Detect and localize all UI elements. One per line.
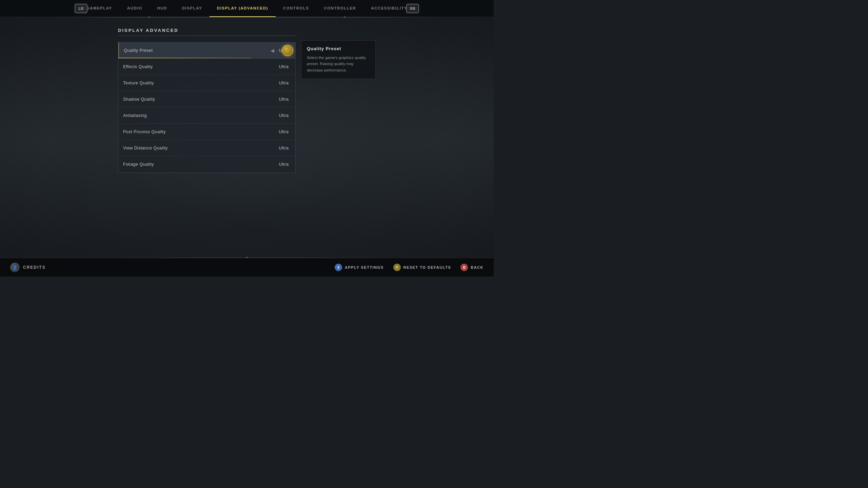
button-apply-icon: X [335,264,342,271]
setting-label-antialiasing: Antialiasing [123,113,147,118]
setting-value-post-process-quality: Ultra [277,129,291,134]
settings-container: DISPLAY ADVANCED Quality Preset◀UltraEff… [118,28,376,173]
setting-value-view-distance-quality: Ultra [277,146,291,150]
setting-value-wrap-post-process-quality: Ultra [277,129,291,134]
setting-row-effects-quality[interactable]: Effects QualityUltra [118,59,295,75]
setting-row-shadow-quality[interactable]: Shadow QualityUltra [118,91,295,107]
credits-label[interactable]: CREDITS [23,265,46,270]
nav-tab-controller[interactable]: CONTROLLER [316,0,363,17]
setting-label-shadow-quality: Shadow Quality [123,97,155,102]
bottom-left: 👤 CREDITS [10,263,46,272]
credits-icon: 👤 [10,263,20,272]
setting-value-antialiasing: Ultra [277,113,291,118]
setting-label-foliage-quality: Foliage Quality [123,162,154,167]
setting-value-wrap-texture-quality: Ultra [277,81,291,85]
setting-value-wrap-foliage-quality: Ultra [277,162,291,167]
nav-tabs: GAMEPLAYAUDIOHUDDISPLAYDISPLAY (ADVANCED… [79,0,415,17]
setting-value-wrap-view-distance-quality: Ultra [277,146,291,150]
nav-tab-audio[interactable]: AUDIO [120,0,150,17]
button-reset-label: RESET TO DEFAULTS [403,265,451,269]
info-panel: Quality Preset Select the game's graphic… [301,40,376,79]
bottom-right-actions: XAPPLY SETTINGSYRESET TO DEFAULTSBBACK [335,264,484,271]
page: LB GAMEPLAYAUDIOHUDDISPLAYDISPLAY (ADVAN… [0,0,494,277]
setting-value-texture-quality: Ultra [277,81,291,85]
top-navigation: LB GAMEPLAYAUDIOHUDDISPLAYDISPLAY (ADVAN… [0,0,494,17]
left-bumper-button[interactable]: LB [75,4,87,13]
setting-value-shadow-quality: Ultra [277,97,291,102]
nav-underline [0,17,494,18]
setting-label-texture-quality: Texture Quality [123,81,154,85]
setting-value-wrap-antialiasing: Ultra [277,113,291,118]
bottom-action-back[interactable]: BBACK [460,264,484,271]
button-reset-icon: Y [393,264,401,271]
button-back-label: BACK [471,265,484,269]
active-knob [282,45,293,56]
setting-label-quality-preset: Quality Preset [124,48,153,53]
setting-row-texture-quality[interactable]: Texture QualityUltra [118,75,295,91]
bottom-action-reset[interactable]: YRESET TO DEFAULTS [393,264,451,271]
setting-label-view-distance-quality: View Distance Quality [123,146,168,150]
left-decoration [0,20,61,256]
setting-row-antialiasing[interactable]: AntialiasingUltra [118,107,295,124]
bottom-action-apply[interactable]: XAPPLY SETTINGS [335,264,384,271]
setting-value-effects-quality: Ultra [277,64,291,69]
right-decoration [433,20,494,256]
setting-value-wrap-quality-preset: ◀Ultra [271,48,291,53]
nav-tab-hud[interactable]: HUD [150,0,174,17]
setting-value-foliage-quality: Ultra [277,162,291,167]
page-title: DISPLAY ADVANCED [118,28,296,36]
settings-panel: DISPLAY ADVANCED Quality Preset◀UltraEff… [118,28,296,173]
info-panel-description: Select the game's graphics quality prese… [307,55,370,73]
setting-row-quality-preset[interactable]: Quality Preset◀Ultra [118,42,295,59]
right-bumper-button[interactable]: RB [406,4,419,13]
main-content: DISPLAY ADVANCED Quality Preset◀UltraEff… [0,18,494,173]
setting-row-view-distance-quality[interactable]: View Distance QualityUltra [118,140,295,156]
settings-list: Quality Preset◀UltraEffects QualityUltra… [118,42,296,173]
setting-row-post-process-quality[interactable]: Post Process QualityUltra [118,124,295,140]
setting-label-post-process-quality: Post Process Quality [123,129,166,134]
nav-tab-display[interactable]: DISPLAY [175,0,210,17]
setting-label-effects-quality: Effects Quality [123,64,153,69]
setting-value-wrap-effects-quality: Ultra [277,64,291,69]
setting-value-wrap-shadow-quality: Ultra [277,97,291,102]
nav-tab-controls[interactable]: CONTROLS [276,0,317,17]
button-apply-label: APPLY SETTINGS [345,265,384,269]
setting-row-foliage-quality[interactable]: Foliage QualityUltra [118,156,295,172]
bottom-bar: 👤 CREDITS XAPPLY SETTINGSYRESET TO DEFAU… [0,258,494,277]
nav-tab-display-advanced[interactable]: DISPLAY (ADVANCED) [210,0,276,17]
setting-progress-bar [119,58,251,58]
info-panel-title: Quality Preset [307,46,370,51]
button-back-icon: B [460,264,468,271]
setting-arrow-left-quality-preset[interactable]: ◀ [271,48,274,53]
